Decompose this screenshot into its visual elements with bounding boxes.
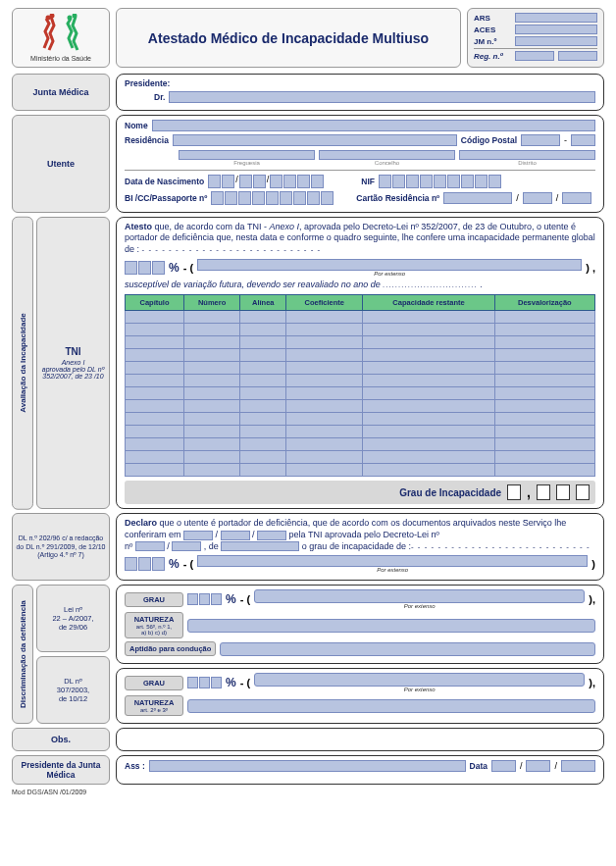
- freguesia-field[interactable]: [179, 150, 315, 160]
- table-cell[interactable]: [363, 413, 494, 426]
- table-cell[interactable]: [184, 362, 240, 375]
- table-cell[interactable]: [126, 375, 184, 387]
- table-cell[interactable]: [240, 311, 286, 324]
- table-cell[interactable]: [240, 387, 286, 400]
- table-cell[interactable]: [494, 413, 594, 426]
- table-cell[interactable]: [494, 387, 594, 400]
- table-cell[interactable]: [126, 336, 184, 349]
- ars-field[interactable]: [515, 13, 597, 23]
- table-cell[interactable]: [494, 336, 594, 349]
- table-cell[interactable]: [363, 400, 494, 413]
- table-cell[interactable]: [240, 400, 286, 413]
- table-cell[interactable]: [494, 349, 594, 362]
- data-m[interactable]: [526, 760, 550, 772]
- grau2-ext-field[interactable]: [254, 673, 585, 687]
- table-cell[interactable]: [286, 324, 363, 336]
- table-cell[interactable]: [363, 362, 494, 375]
- cp-field-2[interactable]: [571, 134, 595, 146]
- distrito-field[interactable]: [459, 150, 595, 160]
- table-cell[interactable]: [240, 451, 286, 464]
- table-cell[interactable]: [286, 438, 363, 451]
- declaro-extenso-field[interactable]: [197, 555, 588, 567]
- cartao-field-2[interactable]: [523, 192, 552, 204]
- ass-field[interactable]: [149, 760, 466, 772]
- table-cell[interactable]: [184, 438, 240, 451]
- table-cell[interactable]: [494, 311, 594, 324]
- jm-field[interactable]: [515, 36, 597, 46]
- table-cell[interactable]: [494, 324, 594, 336]
- grau-pct-cells[interactable]: [125, 261, 165, 275]
- table-cell[interactable]: [240, 426, 286, 438]
- table-cell[interactable]: [184, 464, 240, 477]
- grau-box-1[interactable]: [507, 484, 521, 500]
- table-cell[interactable]: [363, 387, 494, 400]
- table-cell[interactable]: [286, 387, 363, 400]
- table-cell[interactable]: [286, 413, 363, 426]
- table-cell[interactable]: [126, 451, 184, 464]
- table-cell[interactable]: [240, 413, 286, 426]
- table-cell[interactable]: [363, 324, 494, 336]
- table-cell[interactable]: [184, 413, 240, 426]
- table-cell[interactable]: [126, 426, 184, 438]
- table-cell[interactable]: [184, 375, 240, 387]
- cartao-field[interactable]: [443, 192, 512, 204]
- declaro-pct-cells[interactable]: [125, 557, 165, 571]
- table-cell[interactable]: [240, 375, 286, 387]
- table-cell[interactable]: [363, 311, 494, 324]
- grau-box-3[interactable]: [556, 484, 570, 500]
- table-cell[interactable]: [184, 451, 240, 464]
- table-cell[interactable]: [240, 362, 286, 375]
- residencia-field[interactable]: [173, 134, 457, 146]
- table-cell[interactable]: [286, 349, 363, 362]
- natureza1-field[interactable]: [187, 619, 595, 633]
- table-cell[interactable]: [126, 400, 184, 413]
- table-cell[interactable]: [184, 349, 240, 362]
- obs-content[interactable]: [116, 728, 604, 751]
- table-cell[interactable]: [494, 438, 594, 451]
- table-cell[interactable]: [184, 324, 240, 336]
- table-cell[interactable]: [240, 336, 286, 349]
- table-cell[interactable]: [286, 336, 363, 349]
- table-cell[interactable]: [126, 324, 184, 336]
- reg-field-2[interactable]: [558, 51, 597, 61]
- reg-field-1[interactable]: [515, 51, 554, 61]
- table-cell[interactable]: [363, 336, 494, 349]
- data-d[interactable]: [491, 760, 516, 772]
- nome-field[interactable]: [152, 120, 595, 131]
- table-cell[interactable]: [494, 375, 594, 387]
- cartao-field-3[interactable]: [562, 192, 591, 204]
- table-cell[interactable]: [240, 349, 286, 362]
- table-cell[interactable]: [363, 375, 494, 387]
- table-cell[interactable]: [286, 426, 363, 438]
- table-cell[interactable]: [184, 311, 240, 324]
- table-cell[interactable]: [363, 451, 494, 464]
- table-cell[interactable]: [240, 464, 286, 477]
- grau-box-2[interactable]: [537, 484, 550, 500]
- table-cell[interactable]: [240, 438, 286, 451]
- table-cell[interactable]: [126, 362, 184, 375]
- table-cell[interactable]: [494, 426, 594, 438]
- table-cell[interactable]: [494, 464, 594, 477]
- dr-field[interactable]: [169, 91, 595, 103]
- table-cell[interactable]: [286, 311, 363, 324]
- table-cell[interactable]: [184, 426, 240, 438]
- natureza2-field[interactable]: [187, 699, 595, 713]
- data-nasc-cells[interactable]: //: [208, 175, 324, 188]
- aces-field[interactable]: [515, 25, 597, 34]
- table-cell[interactable]: [494, 451, 594, 464]
- table-cell[interactable]: [126, 464, 184, 477]
- table-cell[interactable]: [363, 426, 494, 438]
- table-cell[interactable]: [126, 311, 184, 324]
- data-y[interactable]: [561, 760, 595, 772]
- table-cell[interactable]: [240, 324, 286, 336]
- table-cell[interactable]: [286, 451, 363, 464]
- table-cell[interactable]: [126, 349, 184, 362]
- concelho-field[interactable]: [319, 150, 455, 160]
- nif-cells[interactable]: [379, 175, 501, 188]
- table-cell[interactable]: [363, 349, 494, 362]
- table-cell[interactable]: [286, 400, 363, 413]
- table-cell[interactable]: [184, 400, 240, 413]
- table-cell[interactable]: [184, 336, 240, 349]
- grau-box-4[interactable]: [576, 484, 590, 500]
- table-cell[interactable]: [286, 375, 363, 387]
